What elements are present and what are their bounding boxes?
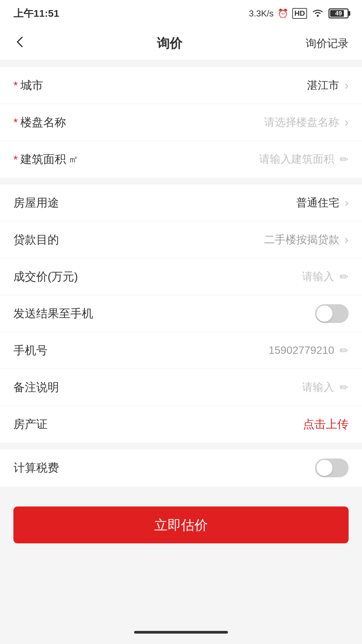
tax-card: 计算税费: [0, 449, 362, 486]
hd-badge: HD: [292, 8, 307, 19]
deal-price-label-text: 成交价(万元): [13, 269, 78, 284]
remark-label: 备注说明: [13, 380, 59, 395]
bottom-indicator: [0, 624, 362, 644]
building-area-required-star: *: [13, 153, 18, 166]
property-name-placeholder: 请选择楼盘名称: [264, 115, 339, 130]
calc-tax-toggle-area: [315, 459, 349, 477]
bottom-filler: [0, 557, 362, 624]
wifi-icon: [311, 7, 324, 20]
calc-tax-label: 计算税费: [13, 460, 59, 476]
calc-tax-label-text: 计算税费: [13, 460, 59, 476]
house-purpose-value-area: 普通住宅 ›: [296, 196, 349, 210]
submit-button-label: 立即估价: [154, 516, 208, 534]
calc-tax-toggle[interactable]: [315, 459, 349, 477]
building-area-value-area: 请输入建筑面积 ✏: [259, 152, 349, 167]
city-label: * 城市: [13, 78, 43, 93]
send-result-field-row: 发送结果至手机: [0, 295, 362, 332]
deal-price-value-area: 请输入 ✏: [302, 269, 349, 284]
property-name-value-area: 请选择楼盘名称 ›: [264, 115, 349, 130]
property-name-chevron-icon: ›: [345, 115, 349, 129]
nav-bar: 询价 询价记录: [0, 27, 362, 60]
property-name-required-star: *: [13, 116, 18, 129]
section-gap-2: [0, 178, 362, 184]
remark-label-text: 备注说明: [13, 380, 59, 395]
property-cert-field-row[interactable]: 房产证 点击上传: [0, 406, 362, 443]
calc-tax-toggle-knob: [316, 460, 333, 476]
house-purpose-label: 房屋用途: [13, 195, 59, 211]
submit-area: 立即估价: [0, 493, 362, 557]
building-area-edit-icon[interactable]: ✏: [340, 153, 349, 166]
status-time: 上午11:51: [13, 7, 59, 20]
property-cert-upload-link[interactable]: 点击上传: [303, 417, 349, 432]
loan-purpose-label-text: 贷款目的: [13, 232, 59, 248]
city-value: 湛江市: [307, 78, 339, 93]
loan-purpose-field-row[interactable]: 贷款目的 二手楼按揭贷款 ›: [0, 221, 362, 258]
building-area-label-text: 建筑面积: [20, 152, 66, 167]
remark-field-row[interactable]: 备注说明 请输入 ✏: [0, 369, 362, 406]
deal-price-label: 成交价(万元): [13, 269, 78, 284]
house-purpose-chevron-icon: ›: [345, 196, 349, 210]
building-area-field-row[interactable]: * 建筑面积 ㎡ 请输入建筑面积 ✏: [0, 141, 362, 178]
send-result-toggle-knob: [316, 306, 333, 322]
deal-price-field-row[interactable]: 成交价(万元) 请输入 ✏: [0, 258, 362, 295]
home-indicator: [134, 631, 228, 634]
svg-point-0: [317, 15, 319, 17]
network-speed: 3.3K/s: [249, 8, 274, 19]
battery-icon: 49: [328, 8, 349, 18]
city-chevron-icon: ›: [345, 78, 349, 93]
send-result-label: 发送结果至手机: [13, 306, 93, 321]
required-fields-card: * 城市 湛江市 › * 楼盘名称 请选择楼盘名称 › * 建筑面积 ㎡ 请输入…: [0, 67, 362, 178]
section-gap-4: [0, 486, 362, 493]
status-bar: 上午11:51 3.3K/s ⏰ HD 49: [0, 0, 362, 27]
building-area-placeholder: 请输入建筑面积: [259, 152, 334, 167]
deal-price-edit-icon[interactable]: ✏: [340, 270, 349, 283]
phone-label-text: 手机号: [13, 343, 48, 358]
property-name-field-row[interactable]: * 楼盘名称 请选择楼盘名称 ›: [0, 104, 362, 141]
section-gap-3: [0, 443, 362, 449]
page-title: 询价: [157, 35, 182, 52]
send-result-toggle[interactable]: [315, 304, 349, 323]
city-required-star: *: [13, 79, 18, 92]
back-button[interactable]: [13, 35, 34, 52]
send-result-toggle-area: [315, 304, 349, 323]
send-result-label-text: 发送结果至手机: [13, 306, 93, 321]
clock-icon: ⏰: [278, 8, 288, 19]
phone-field-row[interactable]: 手机号 15902779210 ✏: [0, 332, 362, 369]
property-cert-value-area: 点击上传: [303, 417, 349, 432]
status-right: 3.3K/s ⏰ HD 49: [249, 7, 349, 20]
section-gap-1: [0, 60, 362, 67]
loan-purpose-chevron-icon: ›: [345, 233, 349, 247]
phone-label: 手机号: [13, 343, 48, 358]
inquiry-records-button[interactable]: 询价记录: [306, 36, 349, 51]
remark-edit-icon[interactable]: ✏: [340, 381, 349, 394]
city-value-area: 湛江市 ›: [307, 78, 349, 93]
phone-edit-icon[interactable]: ✏: [340, 344, 349, 357]
battery-level: 49: [335, 10, 342, 17]
deal-price-placeholder: 请输入: [302, 269, 334, 284]
optional-fields-card: 房屋用途 普通住宅 › 贷款目的 二手楼按揭贷款 › 成交价(万元) 请输入 ✏…: [0, 184, 362, 443]
property-cert-label: 房产证: [13, 417, 48, 432]
loan-purpose-label: 贷款目的: [13, 232, 59, 248]
building-area-label: * 建筑面积 ㎡: [13, 152, 78, 167]
remark-placeholder: 请输入: [302, 380, 334, 395]
submit-button[interactable]: 立即估价: [13, 506, 349, 543]
house-purpose-label-text: 房屋用途: [13, 195, 59, 211]
loan-purpose-value-area: 二手楼按揭贷款 ›: [264, 232, 349, 247]
remark-value-area: 请输入 ✏: [302, 380, 349, 395]
house-purpose-value: 普通住宅: [296, 196, 339, 210]
property-name-label: * 楼盘名称: [13, 115, 66, 130]
city-field-row[interactable]: * 城市 湛江市 ›: [0, 67, 362, 104]
phone-value: 15902779210: [268, 344, 334, 357]
building-area-unit: ㎡: [69, 153, 78, 166]
property-cert-label-text: 房产证: [13, 417, 48, 432]
house-purpose-field-row[interactable]: 房屋用途 普通住宅 ›: [0, 184, 362, 221]
calc-tax-field-row: 计算税费: [0, 449, 362, 486]
phone-value-area: 15902779210 ✏: [268, 344, 349, 357]
city-label-text: 城市: [20, 78, 43, 93]
loan-purpose-value: 二手楼按揭贷款: [264, 232, 339, 247]
property-name-label-text: 楼盘名称: [20, 115, 66, 130]
